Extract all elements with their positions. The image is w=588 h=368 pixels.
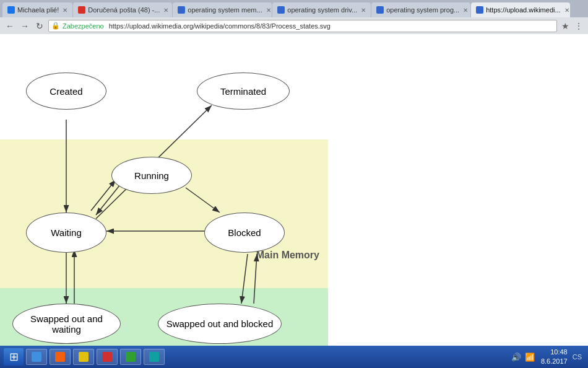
lock-icon: 🔒 [51,22,60,30]
secure-label: Zabezpečeno [63,22,104,30]
tab-favicon-5 [376,6,384,14]
tab-favicon-6 [476,6,483,14]
url-text: https://upload.wikimedia.org/wikipedia/c… [109,22,331,30]
node-terminated: Terminated [197,72,290,110]
node-waiting: Waiting [26,212,106,253]
tab-favicon-3 [178,6,185,14]
main-memory-label: Main Memory [256,250,319,261]
tab-mail[interactable]: Doručená pošta (48) -... ✕ [73,2,172,17]
taskbar-item-1[interactable] [26,349,47,365]
taskbar-sys: 🔊 📶 [508,353,538,362]
taskbar-icon-1 [32,352,41,362]
browser-chrome: Michaela plié! ✕ Doručená pošta (48) -..… [0,0,588,34]
tab-upload-wiki[interactable]: https://upload.wikimedi... ✕ [471,2,570,17]
page-content: Main Memory Page file / swap space [0,34,588,346]
blank-area [328,34,588,346]
network-icon[interactable]: 📶 [525,353,535,362]
taskbar: ⊞ 🔊 📶 10:48 8.6.2017 CS [0,346,588,368]
tab-close-4[interactable]: ✕ [361,7,366,14]
tab-favicon-4 [277,6,285,14]
taskbar-item-5[interactable] [120,349,141,365]
taskbar-icon-5 [126,352,136,362]
tab-close-6[interactable]: ✕ [564,7,569,14]
tab-michaela[interactable]: Michaela plié! ✕ [2,2,72,17]
tab-favicon-2 [78,6,85,14]
tab-close-3[interactable]: ✕ [266,7,271,14]
node-created: Created [26,72,106,110]
node-blocked: Blocked [204,212,285,253]
diagram-area: Main Memory Page file / swap space [0,34,328,368]
locale-label: CS [570,353,584,361]
back-button[interactable]: ← [4,20,16,32]
taskbar-icon-6 [149,352,159,362]
bookmark-button[interactable]: ★ [560,20,571,32]
address-box[interactable]: 🔒 Zabezpečeno https://upload.wikimedia.o… [48,20,557,32]
speaker-icon[interactable]: 🔊 [511,353,521,362]
forward-button[interactable]: → [19,20,31,32]
tab-os-prog[interactable]: operating system prog... ✕ [371,2,470,17]
menu-button[interactable]: ⋮ [573,20,584,32]
tab-close-1[interactable]: ✕ [63,7,67,14]
taskbar-clock[interactable]: 10:48 8.6.2017 [541,348,568,367]
tab-close-5[interactable]: ✕ [463,7,468,14]
tab-favicon-1 [7,6,15,14]
node-running: Running [111,157,192,194]
tab-os-mem[interactable]: operating system mem... ✕ [173,2,272,17]
tab-close-2[interactable]: ✕ [163,7,168,14]
tab-os-driv[interactable]: operating system driv... ✕ [272,2,371,17]
taskbar-item-4[interactable] [97,349,118,365]
taskbar-item-2[interactable] [50,349,71,365]
taskbar-item-3[interactable] [73,349,94,365]
taskbar-icon-3 [79,352,89,362]
tab-bar: Michaela plié! ✕ Doručená pošta (48) -..… [0,0,588,17]
taskbar-item-6[interactable] [144,349,165,365]
node-swapped-blocked: Swapped out and blocked [158,304,282,344]
start-button[interactable]: ⊞ [4,348,24,366]
reload-button[interactable]: ↻ [33,20,46,32]
address-bar-row: ← → ↻ 🔒 Zabezpečeno https://upload.wikim… [0,17,588,34]
taskbar-icon-4 [102,352,112,362]
node-swapped-waiting: Swapped out and waiting [12,304,121,344]
taskbar-icon-2 [55,352,65,362]
